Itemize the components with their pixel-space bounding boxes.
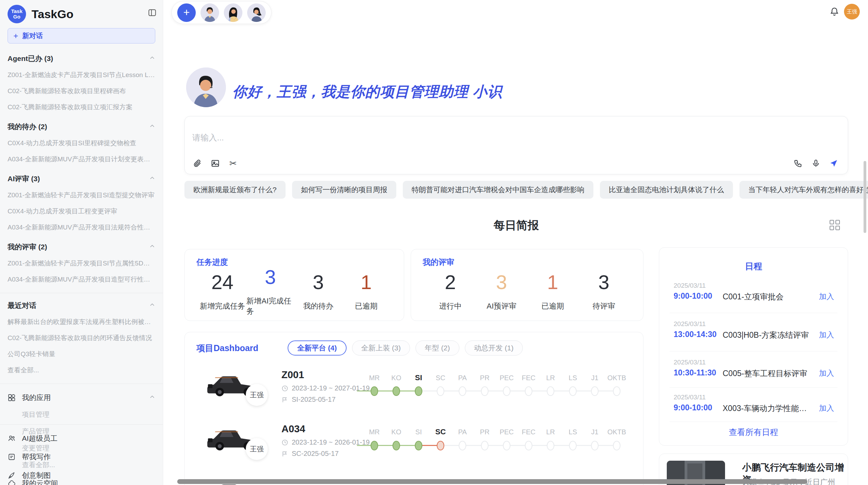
list-item[interactable]: C02-飞腾新能源轻客改款项目里程碑画布 (8, 87, 155, 96)
milestone-dot[interactable] (459, 386, 466, 396)
paperclip-icon[interactable] (192, 158, 203, 169)
layout-grid-icon[interactable] (830, 220, 840, 230)
tab-year-model[interactable]: 年型 (2) (415, 340, 459, 356)
join-link[interactable]: 加入 (819, 368, 834, 378)
suggestion-chip[interactable]: 比亚迪全固态电池计划具体说了什么 (600, 181, 733, 199)
stat-label: 已逾期 (541, 301, 564, 311)
list-item[interactable]: A034-全新新能源MUV产品开发项目法规符合性评审 (8, 223, 155, 232)
list-item[interactable]: A034-全新新能源MUV产品开发项目造型可行性评审 (8, 275, 155, 284)
chevron-up-icon[interactable] (149, 394, 155, 402)
milestone-dot[interactable] (591, 441, 599, 450)
suggestion-chip[interactable]: 特朗普可能对进口汽车增税会对中国车企造成哪些影响 (403, 181, 593, 199)
agent-avatar-2[interactable] (224, 3, 242, 22)
join-link[interactable]: 加入 (819, 330, 834, 340)
add-agent-button[interactable]: + (177, 3, 196, 22)
milestone-dot[interactable] (591, 386, 599, 396)
divider (670, 313, 837, 313)
milestone-dot[interactable] (613, 441, 620, 450)
milestone-dot[interactable] (547, 386, 554, 396)
list-item[interactable]: 解释最新出台的欧盟报废车法规再生塑料比例被调至15%... (8, 318, 155, 326)
timeline-progress (357, 390, 419, 391)
section-my-review[interactable]: 我的评审 (2) (8, 242, 155, 252)
scissors-icon[interactable]: ✂ (228, 158, 238, 169)
milestone-dot[interactable] (459, 441, 466, 450)
chevron-up-icon[interactable] (149, 123, 155, 131)
milestone-dot[interactable] (525, 441, 532, 450)
milestone-dot[interactable] (371, 386, 378, 396)
suggestion-chip[interactable]: 当下年轻人对汽车外观有怎样的喜好趋势 (739, 181, 868, 199)
phone-icon[interactable] (793, 158, 803, 169)
milestone-dot[interactable] (415, 386, 422, 396)
new-chat-button[interactable]: + 新对话 (8, 28, 155, 43)
tab-new-platform[interactable]: 全新平台 (4) (288, 340, 347, 356)
send-icon[interactable] (829, 158, 839, 169)
agent-avatar-1[interactable] (201, 3, 219, 22)
join-link[interactable]: 加入 (819, 403, 834, 413)
milestone-dot[interactable] (415, 441, 422, 450)
sidebar-item-my-apps[interactable]: 我的应用 (8, 393, 155, 402)
project-code[interactable]: Z001 (281, 369, 304, 381)
app-item-project-mgmt[interactable]: 项目管理 (22, 410, 155, 419)
section-ai-review[interactable]: AI评审 (3) (8, 174, 155, 184)
suggestion-chips: 欧洲新规最近颁布了什么? 如何写一份清晰的项目周报 特朗普可能对进口汽车增税会对… (184, 181, 868, 199)
milestone-dot[interactable] (547, 441, 554, 450)
event-title[interactable]: C003|H0B-方案冻结评审 (723, 330, 809, 340)
stat-label: 已逾期 (355, 301, 377, 311)
list-item[interactable]: Z001-全新燃油轻卡产品开发项目SI造型提交物评审 (8, 191, 155, 200)
section-my-todo[interactable]: 我的待办 (2) (8, 122, 155, 132)
horizontal-scrollbar[interactable] (177, 479, 807, 484)
list-item[interactable]: C02-飞腾新能源轻客改款项目立项汇报方案 (8, 103, 155, 112)
suggestion-chip[interactable]: 欧洲新规最近颁布了什么? (184, 181, 286, 199)
event-title[interactable]: C001-立项审批会 (723, 291, 784, 302)
project-flag: SI-2025-05-17 (281, 396, 336, 403)
tab-new-body[interactable]: 全新上装 (3) (352, 340, 410, 356)
chevron-up-icon[interactable] (149, 301, 155, 310)
user-avatar[interactable]: 王强 (844, 4, 860, 20)
sidebar-item-help-writing[interactable]: 帮我写作 (8, 452, 155, 462)
agent-avatar-3[interactable] (247, 3, 266, 22)
list-item[interactable]: Z001-全新燃油轻卡产品开发项目SI节点属性5D文件评审 (8, 259, 155, 268)
milestone-dot[interactable] (525, 386, 532, 396)
notification-bell-icon[interactable] (830, 7, 839, 17)
stat-label: 我的待办 (303, 301, 333, 311)
sidebar-collapse-icon[interactable] (148, 8, 157, 18)
list-item[interactable]: 公司Q3轻卡销量 (8, 350, 155, 359)
view-all-schedule-link[interactable]: 查看所有日程 (659, 427, 848, 438)
milestone-dot[interactable] (371, 441, 378, 450)
suggestion-chip[interactable]: 如何写一份清晰的项目周报 (292, 181, 396, 199)
milestone-dot[interactable] (481, 441, 489, 450)
event-title[interactable]: C005-整车工程目标评审 (723, 368, 807, 379)
chevron-up-icon[interactable] (149, 175, 155, 183)
section-agent-done[interactable]: Agent已办 (3) (8, 54, 155, 63)
sidebar-item-creative-drawing[interactable]: 创意制图 (8, 471, 155, 480)
milestone-dot[interactable] (569, 386, 577, 396)
list-item[interactable]: C02-飞腾新能源轻客改款项目的闭环通告反馈情况 (8, 334, 155, 343)
section-recent-chats[interactable]: 最近对话 (8, 301, 155, 310)
chat-input[interactable] (192, 133, 604, 142)
list-item[interactable]: Z001-全新燃油皮卡产品开发项目SI节点Lesson Learn报告 (8, 71, 155, 79)
milestone-dot[interactable] (503, 386, 510, 396)
vertical-scrollbar[interactable] (864, 161, 866, 233)
milestone-dot[interactable] (437, 386, 444, 396)
milestone-dot[interactable] (393, 386, 400, 396)
milestone-dot[interactable] (569, 441, 577, 450)
event-title[interactable]: X003-车辆动力学性能验... (723, 403, 812, 414)
tab-powertrain[interactable]: 动总开发 (1) (465, 340, 523, 356)
list-item[interactable]: C0X4-动力总成开发项目SI里程碑提交物检查 (8, 139, 155, 148)
list-item[interactable]: A034-全新新能源MUV产品开发项目计划变更表编写 (8, 155, 155, 164)
list-item[interactable]: 查看全部... (8, 366, 155, 375)
chevron-up-icon[interactable] (149, 54, 155, 63)
join-link[interactable]: 加入 (819, 291, 834, 302)
milestone-dot[interactable] (503, 441, 510, 450)
milestone-dot[interactable] (437, 441, 444, 450)
milestone-dot[interactable] (481, 386, 489, 396)
milestone-dot[interactable] (393, 441, 400, 450)
microphone-icon[interactable] (811, 158, 821, 169)
sidebar-item-ai-super-staff[interactable]: AI超级员工 (8, 434, 155, 443)
stat-value: 1 (547, 272, 558, 292)
image-icon[interactable] (210, 158, 220, 169)
project-code[interactable]: A034 (281, 423, 305, 435)
list-item[interactable]: C0X4-动力总成开发项目工程变更评审 (8, 207, 155, 216)
milestone-dot[interactable] (613, 386, 620, 396)
chevron-up-icon[interactable] (149, 243, 155, 251)
